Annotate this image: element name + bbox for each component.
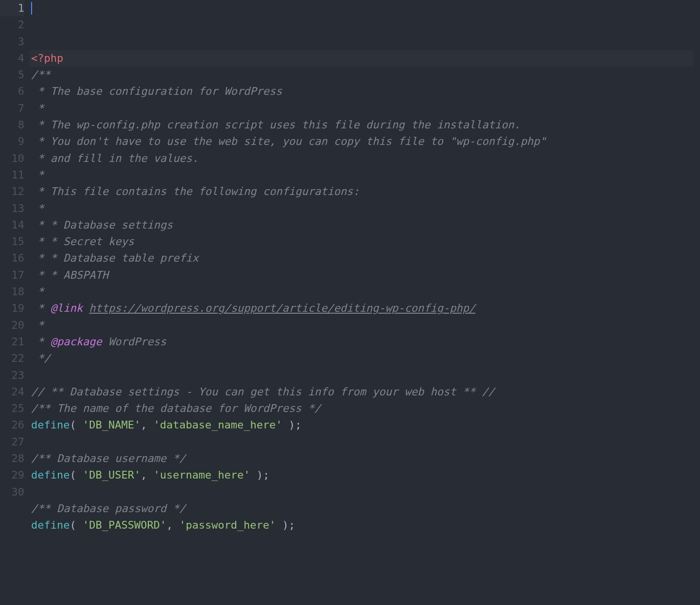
- line-number[interactable]: 22: [0, 350, 24, 367]
- line-number[interactable]: 27: [0, 434, 24, 450]
- token-comment: * * ABSPATH: [31, 267, 108, 284]
- code-line[interactable]: // ** Database settings - You can get th…: [29, 384, 700, 400]
- line-number[interactable]: 25: [0, 400, 24, 417]
- line-number[interactable]: 7: [0, 100, 24, 117]
- code-line[interactable]: [29, 484, 700, 500]
- line-number[interactable]: 2: [0, 17, 24, 33]
- line-number[interactable]: 18: [0, 284, 24, 300]
- scrollbar-track[interactable]: [693, 0, 700, 605]
- code-line[interactable]: /** Database username */: [29, 450, 700, 467]
- line-number[interactable]: 16: [0, 250, 24, 267]
- token-str: 'database_name_here': [154, 417, 282, 433]
- code-area[interactable]: <?php/** * The base configuration for Wo…: [29, 0, 700, 605]
- code-line[interactable]: */: [29, 350, 700, 367]
- code-line[interactable]: * * ABSPATH: [29, 267, 700, 284]
- token-comment: *: [31, 100, 44, 117]
- token-str: 'DB_PASSWORD': [83, 517, 166, 534]
- token-doc-link: https://wordpress.org/support/article/ed…: [89, 300, 475, 317]
- code-line[interactable]: *: [29, 167, 700, 183]
- token-comment: *: [31, 300, 51, 317]
- code-line[interactable]: /**: [29, 67, 700, 83]
- line-number[interactable]: 12: [0, 183, 24, 200]
- code-line[interactable]: *: [29, 200, 700, 217]
- token-comment: [83, 300, 89, 317]
- line-number[interactable]: 20: [0, 317, 24, 334]
- token-str: 'username_here': [154, 467, 250, 483]
- line-number[interactable]: 9: [0, 133, 24, 150]
- token-comment: * * Database table prefix: [31, 250, 198, 267]
- line-number[interactable]: 4: [0, 50, 24, 67]
- token-comment: * This file contains the following confi…: [31, 183, 360, 200]
- token-doc-tag: @link: [51, 300, 83, 317]
- token-comment: WordPress: [102, 334, 166, 350]
- token-fn: define: [31, 467, 70, 483]
- token-comment: */: [31, 350, 51, 367]
- line-number[interactable]: 26: [0, 417, 24, 433]
- line-number[interactable]: 17: [0, 267, 24, 284]
- line-number[interactable]: 29: [0, 467, 24, 483]
- code-line[interactable]: [29, 367, 700, 384]
- token-comment: * * Database settings: [31, 217, 173, 233]
- token-comment: * * Secret keys: [31, 233, 134, 250]
- token-punct: ,: [140, 467, 154, 483]
- line-number-gutter[interactable]: 1234567891011121314151617181920212223242…: [0, 0, 29, 605]
- line-number[interactable]: 8: [0, 117, 24, 133]
- token-comment: * You don't have to use the web site, yo…: [31, 133, 546, 150]
- token-tag-name: php: [44, 50, 64, 67]
- token-punct: (: [70, 467, 83, 483]
- token-punct: );: [250, 467, 269, 483]
- code-line[interactable]: * * Database table prefix: [29, 250, 700, 267]
- line-number[interactable]: 19: [0, 300, 24, 317]
- token-str: 'DB_USER': [83, 467, 140, 483]
- token-punct: (: [70, 417, 83, 433]
- line-number[interactable]: 28: [0, 450, 24, 467]
- code-line[interactable]: /** The name of the database for WordPre…: [29, 400, 700, 417]
- token-fn: define: [31, 417, 70, 433]
- token-comment: *: [31, 334, 51, 350]
- code-line[interactable]: *: [29, 317, 700, 334]
- code-line[interactable]: define( 'DB_PASSWORD', 'password_here' )…: [29, 517, 700, 534]
- code-line[interactable]: * and fill in the values.: [29, 150, 700, 167]
- code-line[interactable]: * @link https://wordpress.org/support/ar…: [29, 300, 700, 317]
- token-comment: *: [31, 317, 44, 334]
- code-line[interactable]: [29, 534, 700, 551]
- token-comment: * and fill in the values.: [31, 150, 198, 167]
- code-line[interactable]: * @package WordPress: [29, 334, 700, 350]
- line-number[interactable]: 30: [0, 484, 24, 500]
- token-comment: /** Database password */: [31, 500, 186, 517]
- code-line[interactable]: *: [29, 284, 700, 300]
- code-line[interactable]: * You don't have to use the web site, yo…: [29, 133, 700, 150]
- line-number[interactable]: 24: [0, 384, 24, 400]
- token-punct: );: [282, 417, 302, 433]
- code-line[interactable]: * * Database settings: [29, 217, 700, 233]
- token-comment: * The base configuration for WordPress: [31, 83, 282, 100]
- code-line[interactable]: *: [29, 100, 700, 117]
- token-doc-tag: @package: [51, 334, 102, 350]
- code-line[interactable]: define( 'DB_NAME', 'database_name_here' …: [29, 417, 700, 433]
- line-number[interactable]: 11: [0, 167, 24, 183]
- code-line[interactable]: <?php: [29, 50, 700, 67]
- code-line[interactable]: * This file contains the following confi…: [29, 183, 700, 200]
- line-number[interactable]: 21: [0, 334, 24, 350]
- code-line[interactable]: /** Database password */: [29, 500, 700, 517]
- token-str: 'DB_NAME': [83, 417, 140, 433]
- token-comment: *: [31, 284, 44, 300]
- code-editor[interactable]: 1234567891011121314151617181920212223242…: [0, 0, 700, 605]
- line-number[interactable]: 15: [0, 233, 24, 250]
- line-number[interactable]: 1: [0, 0, 24, 17]
- token-punct: ,: [166, 517, 179, 534]
- line-number[interactable]: 14: [0, 217, 24, 233]
- code-line[interactable]: * The wp-config.php creation script uses…: [29, 117, 700, 133]
- line-number[interactable]: 6: [0, 83, 24, 100]
- line-number[interactable]: 10: [0, 150, 24, 167]
- code-line[interactable]: * The base configuration for WordPress: [29, 83, 700, 100]
- line-number[interactable]: 5: [0, 67, 24, 83]
- code-line[interactable]: * * Secret keys: [29, 233, 700, 250]
- line-number[interactable]: 23: [0, 367, 24, 384]
- code-line[interactable]: [29, 434, 700, 450]
- line-number[interactable]: 13: [0, 200, 24, 217]
- line-number[interactable]: 3: [0, 34, 24, 50]
- token-comment: *: [31, 167, 44, 183]
- token-tag-open: <?: [31, 50, 44, 67]
- code-line[interactable]: define( 'DB_USER', 'username_here' );: [29, 467, 700, 483]
